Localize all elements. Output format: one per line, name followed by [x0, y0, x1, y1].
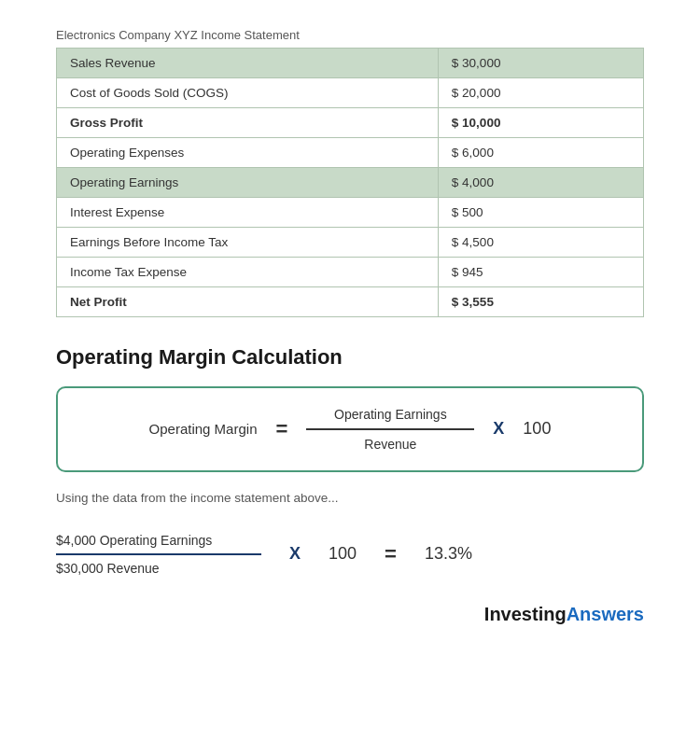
table-row: Earnings Before Income Tax$ 4,500	[57, 228, 644, 258]
using-data-text: Using the data from the income statement…	[56, 491, 644, 505]
row-label: Earnings Before Income Tax	[57, 228, 439, 258]
calculation-section: $4,000 Operating Earnings $30,000 Revenu…	[56, 533, 644, 576]
row-value: $ 3,555	[438, 287, 643, 317]
table-row: Operating Expenses$ 6,000	[57, 138, 644, 168]
table-row: Net Profit$ 3,555	[57, 287, 644, 317]
calc-fraction: $4,000 Operating Earnings $30,000 Revenu…	[56, 533, 261, 576]
table-row: Sales Revenue$ 30,000	[57, 49, 644, 78]
calc-numerator-label: $4,000 Operating Earnings	[56, 533, 261, 548]
formula-numerator: Operating Earnings	[334, 407, 447, 426]
income-statement-table: Sales Revenue$ 30,000Cost of Goods Sold …	[56, 48, 644, 317]
formula-left-label: Operating Margin	[149, 421, 258, 437]
row-label: Net Profit	[57, 287, 439, 317]
row-label: Cost of Goods Sold (COGS)	[57, 78, 439, 108]
formula-fraction: Operating Earnings Revenue	[306, 407, 474, 452]
row-value: $ 500	[438, 198, 643, 228]
formula-multiply-sign: X	[493, 419, 504, 439]
row-value: $ 6,000	[438, 138, 643, 168]
section-title: Operating Margin Calculation	[56, 345, 644, 370]
calc-denominator-label: $30,000 Revenue	[56, 561, 261, 576]
table-row: Cost of Goods Sold (COGS)$ 20,000	[57, 78, 644, 108]
formula-multiplier: 100	[523, 419, 551, 439]
calc-result: 13.3%	[425, 544, 472, 564]
row-value: $ 945	[438, 258, 643, 287]
calc-multiplier: 100	[329, 544, 357, 564]
calc-fraction-line	[56, 553, 261, 555]
table-row: Interest Expense$ 500	[57, 198, 644, 228]
row-label: Operating Earnings	[57, 168, 439, 198]
formula-box: Operating Margin = Operating Earnings Re…	[56, 386, 644, 472]
row-label: Income Tax Expense	[57, 258, 439, 287]
row-value: $ 4,000	[438, 168, 643, 198]
row-value: $ 10,000	[438, 108, 643, 138]
calc-equals-sign: =	[385, 542, 397, 566]
calc-multiply-sign: X	[289, 544, 301, 564]
table-row: Income Tax Expense$ 945	[57, 258, 644, 287]
brand-investing: Investing	[484, 604, 567, 624]
table-row: Operating Earnings$ 4,000	[57, 168, 644, 198]
brand-answers: Answers	[567, 604, 644, 624]
table-row: Gross Profit$ 10,000	[57, 108, 644, 138]
calc-row: $4,000 Operating Earnings $30,000 Revenu…	[56, 533, 644, 576]
brand-footer: InvestingAnswers	[56, 604, 644, 625]
formula-equals-sign: =	[275, 417, 287, 441]
fraction-line	[306, 428, 474, 430]
row-label: Sales Revenue	[57, 49, 439, 78]
row-value: $ 4,500	[438, 228, 643, 258]
row-value: $ 20,000	[438, 78, 643, 108]
formula-denominator: Revenue	[364, 433, 416, 452]
row-value: $ 30,000	[438, 49, 643, 78]
row-label: Interest Expense	[57, 198, 439, 228]
income-statement-title: Electronics Company XYZ Income Statement	[56, 28, 644, 42]
row-label: Gross Profit	[57, 108, 439, 138]
row-label: Operating Expenses	[57, 138, 439, 168]
brand-name: InvestingAnswers	[484, 604, 644, 625]
